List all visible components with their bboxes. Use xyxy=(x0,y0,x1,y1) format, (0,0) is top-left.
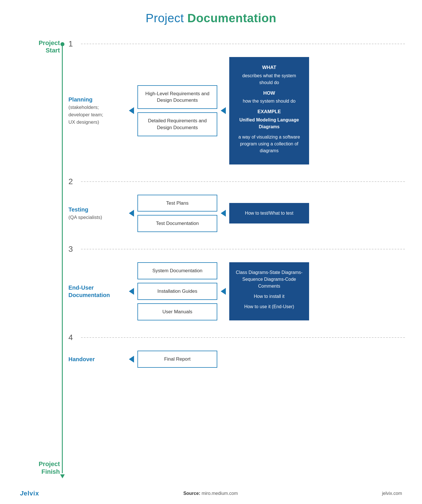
phase-3-arrow-2 xyxy=(221,288,226,295)
phase-3-doc-1-text: System Documentation xyxy=(152,268,202,273)
phase-4-dashed-line xyxy=(81,337,405,338)
page-container: Project Documentation ProjectStart Proje… xyxy=(0,0,422,504)
left-column: ProjectStart ProjectFinish xyxy=(17,39,63,478)
phase-2-arrow xyxy=(129,210,134,217)
phase-2-info-text: How to test/What to test xyxy=(245,210,293,217)
phase-4-docs-and-info: Final Report xyxy=(125,351,405,368)
timeline-line xyxy=(62,44,63,473)
project-finish-label: ProjectFinish xyxy=(38,460,60,475)
phase-4-label-text: Handover xyxy=(68,356,95,362)
start-dot xyxy=(60,42,64,46)
footer-source: Source: miro.medium.com xyxy=(183,491,238,496)
phase-3-doc-1: System Documentation xyxy=(137,262,217,279)
phase-2-label-text: Testing xyxy=(68,206,88,213)
page-title: Project Documentation xyxy=(17,11,405,25)
phase-1-arrow xyxy=(129,107,134,114)
phase-2-sub-label: (QA specialists) xyxy=(68,215,102,220)
phase-3-docs-and-info: System Documentation Installation Guides… xyxy=(125,262,405,320)
phase-2-doc-boxes: Test Plans Test Documentation xyxy=(137,195,217,232)
phase-2-row: Testing (QA specialists) Test Plans Test… xyxy=(68,195,405,232)
phase-2-dashed-line xyxy=(81,181,405,182)
phase-4-number-row: 4 xyxy=(68,333,405,342)
phase-4-number: 4 xyxy=(68,333,76,342)
footer-brand: Jelvix xyxy=(20,490,39,497)
phase-3-number: 3 xyxy=(68,245,76,254)
phase-1-label: Planning (stakeholders;developer team;UX… xyxy=(68,96,125,125)
phase-1-arrow-2 xyxy=(221,107,226,114)
phase-4-doc-1-text: Final Report xyxy=(164,356,191,362)
phase-1-number: 1 xyxy=(68,39,76,48)
phase-1-info-val-3a: Unified Modeling Language Diagrams xyxy=(236,117,303,130)
footer-source-value: miro.medium.com xyxy=(202,491,238,496)
phase-1-info-val-3b: a way of visualizing a software program … xyxy=(236,134,303,154)
finish-arrow xyxy=(60,474,65,478)
phase-3-label-text: End-UserDocumentation xyxy=(68,284,110,298)
phase-3-info-val-2: How to install it xyxy=(236,293,303,300)
phase-2-doc-1-text: Test Plans xyxy=(166,200,188,206)
phase-1-number-row: 1 xyxy=(68,39,405,48)
phase-2-info-box: How to test/What to test xyxy=(229,203,309,223)
phase-1-doc-1-text: High-Level Requirements and Design Docum… xyxy=(145,91,210,103)
phase-1-sub-label: (stakeholders;developer team;UX designer… xyxy=(68,105,103,125)
phase-1-info-key-3: EXAMPLE xyxy=(236,108,303,115)
phase-2-doc-2-text: Test Documentation xyxy=(156,221,199,226)
phase-4-doc-boxes: Final Report xyxy=(137,351,217,368)
phase-1-dashed-line xyxy=(81,44,405,44)
phase-1-info-key-2: HOW xyxy=(236,90,303,97)
footer-brand-j: J xyxy=(20,490,24,497)
phase-3-doc-3: User Manuals xyxy=(137,303,217,320)
phase-3-doc-boxes: System Documentation Installation Guides… xyxy=(137,262,217,320)
phase-3-number-row: 3 xyxy=(68,245,405,254)
phase-2-number: 2 xyxy=(68,177,76,186)
phase-1-section: 1 Planning (stakeholders;developer team;… xyxy=(68,39,405,177)
project-start-label: ProjectStart xyxy=(38,39,60,54)
main-layout: ProjectStart ProjectFinish 1 Planning (s… xyxy=(17,39,405,478)
title-prefix: Project xyxy=(146,11,187,25)
phase-2-label: Testing (QA specialists) xyxy=(68,206,125,221)
phase-3-section: 3 End-UserDocumentation System Documenta… xyxy=(68,245,405,333)
footer: Jelvix Source: miro.medium.com jelvix.co… xyxy=(17,490,405,497)
phase-3-doc-2: Installation Guides xyxy=(137,283,217,300)
phase-1-doc-2: Detailed Requirements and Design Documen… xyxy=(137,112,217,136)
footer-source-label: Source: xyxy=(183,491,200,496)
phase-3-label: End-UserDocumentation xyxy=(68,284,125,299)
phase-4-label: Handover xyxy=(68,355,125,363)
phase-3-arrow xyxy=(129,288,134,295)
phase-2-doc-1: Test Plans xyxy=(137,195,217,212)
phase-1-docs-and-info: High-Level Requirements and Design Docum… xyxy=(125,57,405,164)
title-highlight: Documentation xyxy=(187,11,276,25)
footer-website: jelvix.com xyxy=(382,491,402,496)
phase-2-section: 2 Testing (QA specialists) Test Plans xyxy=(68,177,405,245)
phase-1-row: Planning (stakeholders;developer team;UX… xyxy=(68,57,405,164)
content-area: 1 Planning (stakeholders;developer team;… xyxy=(63,39,405,478)
phase-3-info-val-3: How to use it (End-User) xyxy=(236,303,303,310)
phase-4-row: Handover Final Report xyxy=(68,351,405,368)
phase-1-info-val-1: describes what the system should do xyxy=(236,72,303,86)
phase-3-doc-3-text: User Manuals xyxy=(163,309,192,314)
phase-3-dashed-line xyxy=(81,249,405,249)
phase-4-arrow xyxy=(129,356,134,363)
phase-2-docs-and-info: Test Plans Test Documentation How to tes… xyxy=(125,195,405,232)
footer-brand-elvix: elvix xyxy=(24,490,39,497)
phase-1-doc-2-text: Detailed Requirements and Design Documen… xyxy=(148,118,207,130)
phase-2-doc-2: Test Documentation xyxy=(137,215,217,232)
phase-1-label-text: Planning xyxy=(68,96,92,103)
phase-2-arrow-2 xyxy=(221,210,226,217)
phase-1-info-val-2: how the system should do xyxy=(236,98,303,105)
phase-1-doc-boxes: High-Level Requirements and Design Docum… xyxy=(137,85,217,136)
phase-4-doc-1: Final Report xyxy=(137,351,217,368)
phase-4-section: 4 Handover Final Report xyxy=(68,333,405,380)
phase-1-info-box: WHAT describes what the system should do… xyxy=(229,57,309,164)
phase-2-number-row: 2 xyxy=(68,177,405,186)
phase-3-info-val-1: Class Diagrams-State Diagrams-Sequence D… xyxy=(236,269,303,290)
phase-1-info-key-1: WHAT xyxy=(236,64,303,71)
phase-3-row: End-UserDocumentation System Documentati… xyxy=(68,262,405,320)
phase-3-doc-2-text: Installation Guides xyxy=(157,288,197,294)
phase-1-doc-1: High-Level Requirements and Design Docum… xyxy=(137,85,217,109)
phase-3-info-box: Class Diagrams-State Diagrams-Sequence D… xyxy=(229,262,309,320)
